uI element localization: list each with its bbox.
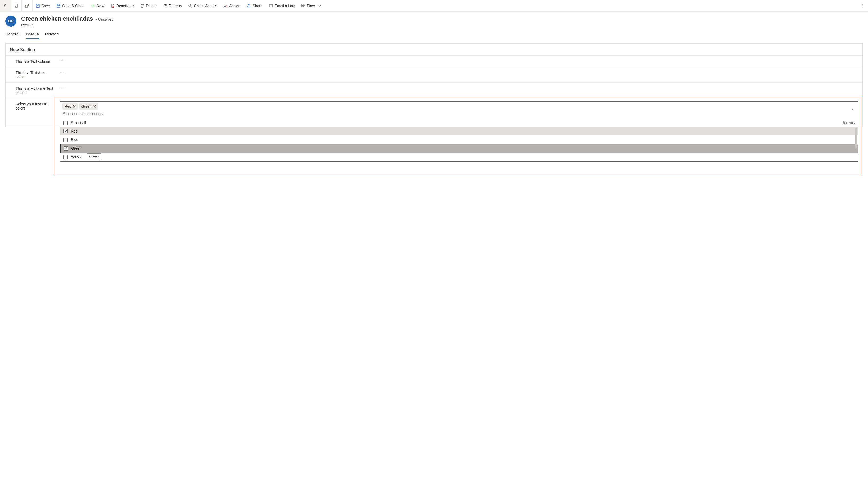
- email-link-button[interactable]: Email a Link: [266, 0, 298, 11]
- save-close-icon: [56, 4, 61, 8]
- notes-button[interactable]: [11, 0, 22, 11]
- chip-label: Green: [82, 104, 92, 109]
- assign-button[interactable]: Assign: [220, 0, 244, 11]
- svg-rect-2: [37, 4, 38, 5]
- share-label: Share: [252, 4, 262, 8]
- chip-remove-button[interactable]: [93, 105, 96, 108]
- check-access-button[interactable]: Check Access: [185, 0, 220, 11]
- field-multiline-column: This is a Multi-line Text column ---: [5, 82, 863, 98]
- field-value[interactable]: ---: [60, 86, 858, 90]
- refresh-icon: [163, 4, 167, 8]
- trash-icon: [140, 4, 144, 8]
- share-button[interactable]: Share: [244, 0, 266, 11]
- tab-general[interactable]: General: [5, 30, 19, 39]
- refresh-label: Refresh: [169, 4, 182, 8]
- email-link-label: Email a Link: [275, 4, 295, 8]
- option-list: Red Blue Green Yellow: [60, 127, 858, 161]
- back-button[interactable]: [0, 0, 10, 11]
- multiselect-dropdown: Select all 6 items Red Blue: [60, 119, 858, 162]
- svg-point-9: [862, 4, 863, 5]
- field-label: Select your favorite colors: [10, 101, 60, 110]
- chip-label: Red: [64, 104, 71, 109]
- save-close-button[interactable]: Save & Close: [53, 0, 88, 11]
- email-icon: [269, 4, 273, 8]
- search-key-icon: [188, 4, 192, 8]
- command-bar: Save Save & Close New Deactivate Delete …: [0, 0, 868, 12]
- option-label: Red: [71, 129, 78, 133]
- svg-point-6: [188, 4, 191, 6]
- tab-details[interactable]: Details: [26, 30, 39, 39]
- scrollbar-thumb[interactable]: [855, 128, 858, 149]
- section-title: New Section: [5, 47, 863, 55]
- scrollbar[interactable]: [854, 127, 858, 161]
- field-textarea-column: This is a Text Area column ---: [5, 67, 863, 82]
- deactivate-button[interactable]: Deactivate: [107, 0, 137, 11]
- avatar: GC: [5, 16, 17, 27]
- svg-point-7: [224, 4, 226, 6]
- svg-rect-3: [37, 6, 39, 7]
- field-value[interactable]: ---: [60, 70, 858, 74]
- svg-point-10: [862, 5, 863, 6]
- field-text-column: This is a Text column ---: [5, 55, 863, 67]
- popout-button[interactable]: [22, 0, 32, 11]
- field-label: This is a Text column: [10, 59, 60, 63]
- avatar-initials: GC: [8, 19, 14, 23]
- popout-icon: [25, 4, 29, 8]
- overflow-button[interactable]: [856, 0, 868, 11]
- delete-button[interactable]: Delete: [137, 0, 160, 11]
- field-favorite-colors: Select your favorite colors Red Green: [5, 98, 863, 122]
- deactivate-label: Deactivate: [116, 4, 134, 8]
- multiselect-input-box[interactable]: Red Green: [60, 101, 858, 119]
- person-assign-icon: [223, 4, 228, 8]
- assign-label: Assign: [229, 4, 240, 8]
- option-checkbox[interactable]: [63, 129, 68, 133]
- tooltip: Green: [87, 153, 101, 159]
- chevron-down-icon: [317, 4, 322, 8]
- option-label: Blue: [71, 138, 78, 142]
- save-status: - Unsaved: [95, 17, 114, 22]
- record-header: GC Green chicken enchiladas - Unsaved Re…: [0, 12, 868, 28]
- entity-name: Recipe: [21, 23, 114, 27]
- collapse-button[interactable]: [851, 108, 855, 113]
- document-icon: [14, 4, 18, 8]
- field-label: This is a Multi-line Text column: [10, 86, 60, 95]
- save-button[interactable]: Save: [33, 0, 53, 11]
- new-button[interactable]: New: [88, 0, 107, 11]
- option-red[interactable]: Red: [60, 127, 858, 136]
- select-all-checkbox[interactable]: [63, 121, 68, 125]
- more-vertical-icon: [860, 4, 864, 8]
- option-checkbox[interactable]: [64, 146, 68, 151]
- option-blue[interactable]: Blue: [60, 136, 858, 144]
- svg-point-11: [862, 7, 863, 7]
- option-checkbox[interactable]: [63, 138, 68, 142]
- chip-red: Red: [62, 103, 78, 110]
- tab-list: General Details Related: [0, 28, 868, 39]
- field-value[interactable]: ---: [60, 59, 858, 63]
- selected-chips: Red Green: [62, 103, 847, 110]
- option-label: Yellow: [71, 155, 82, 159]
- refresh-button[interactable]: Refresh: [160, 0, 185, 11]
- svg-rect-4: [57, 4, 59, 5]
- option-green[interactable]: Green: [60, 144, 858, 153]
- flow-button[interactable]: Flow: [298, 0, 325, 11]
- new-label: New: [97, 4, 104, 8]
- select-all-label[interactable]: Select all: [71, 121, 86, 125]
- field-label: This is a Text Area column: [10, 70, 60, 79]
- chip-remove-button[interactable]: [73, 105, 75, 108]
- save-label: Save: [41, 4, 50, 8]
- page-title: Green chicken enchiladas: [21, 16, 93, 22]
- section-card: New Section This is a Text column --- Th…: [5, 43, 863, 127]
- chevron-up-icon: [851, 108, 855, 112]
- deactivate-icon: [111, 4, 115, 8]
- tab-related[interactable]: Related: [45, 30, 59, 39]
- flow-label: Flow: [307, 4, 315, 8]
- chip-green: Green: [79, 103, 98, 110]
- multiselect-control: Red Green: [60, 101, 858, 119]
- flow-icon: [301, 4, 305, 8]
- item-count: 6 items: [843, 121, 855, 125]
- delete-label: Delete: [146, 4, 157, 8]
- dropdown-header: Select all 6 items: [60, 119, 858, 127]
- option-checkbox[interactable]: [63, 155, 68, 159]
- multiselect-search-input[interactable]: [62, 111, 847, 117]
- option-yellow[interactable]: Yellow Green: [60, 153, 858, 161]
